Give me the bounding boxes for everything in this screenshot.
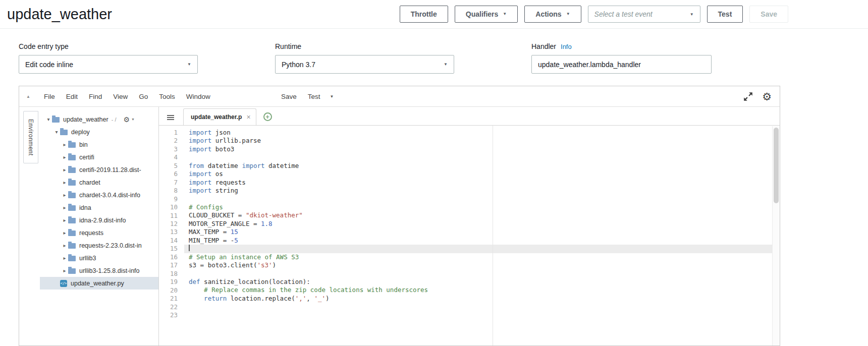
tree-item-urllib3[interactable]: ▸urllib3 (40, 252, 158, 264)
tree-item-idna[interactable]: ▸idna (40, 201, 158, 214)
fullscreen-icon[interactable] (743, 92, 753, 101)
chevron-right-icon[interactable]: ▸ (61, 154, 68, 160)
chevron-right-icon[interactable]: ▸ (61, 167, 68, 172)
line-number[interactable]: 8 (159, 187, 178, 195)
qualifiers-button[interactable]: Qualifiers ▼ (455, 6, 518, 23)
code-line-3[interactable]: import boto3 (184, 145, 780, 153)
chevron-down-icon[interactable]: ▾ (45, 117, 52, 122)
line-number[interactable]: 20 (159, 286, 178, 295)
line-number[interactable]: 1 (159, 129, 178, 137)
code-line-1[interactable]: import json (184, 129, 780, 137)
vertical-scrollbar[interactable] (772, 126, 780, 345)
line-number[interactable]: 14 (159, 237, 178, 245)
chevron-right-icon[interactable]: ▸ (61, 255, 68, 261)
handler-input[interactable] (531, 55, 712, 74)
chevron-right-icon[interactable]: ▸ (61, 230, 68, 236)
tab-update-weather-py[interactable]: update_weather.p × (183, 108, 256, 125)
chevron-down-icon[interactable]: ▾ (53, 129, 60, 135)
runtime-select[interactable]: Python 3.7 ▼ (275, 55, 454, 74)
chevron-right-icon[interactable]: ▸ (61, 142, 68, 147)
menu-edit[interactable]: Edit (61, 93, 83, 100)
line-number[interactable]: 16 (159, 253, 178, 261)
chevron-right-icon[interactable]: ▸ (61, 180, 68, 185)
line-number[interactable]: 22 (159, 303, 178, 311)
code-line-10[interactable]: # Configs (184, 203, 780, 211)
line-number[interactable]: 19 (159, 278, 178, 286)
close-icon[interactable]: × (246, 113, 250, 121)
code-line-21[interactable]: return location.replace(',', '_') (184, 295, 780, 303)
code-line-16[interactable]: # Setup an instance of AWS S3 (184, 253, 780, 261)
line-number[interactable]: 21 (159, 295, 178, 303)
code-line-15[interactable] (184, 245, 780, 253)
chevron-right-icon[interactable]: ▸ (61, 192, 68, 198)
tree-item-update-weather-py[interactable]: </>update_weather.py (40, 277, 158, 290)
menu-file[interactable]: File (38, 93, 61, 100)
line-number[interactable]: 13 (159, 228, 178, 236)
line-number[interactable]: 11 (159, 212, 178, 220)
tree-item-certifi-2019-11-28-dist-[interactable]: ▸certifi-2019.11.28.dist- (40, 163, 158, 176)
code-line-17[interactable]: s3 = boto3.client('s3') (184, 261, 780, 269)
code-line-2[interactable]: import urllib.parse (184, 137, 780, 145)
menu-test[interactable]: Test (302, 93, 326, 100)
code-line-6[interactable]: import os (184, 170, 780, 178)
chevron-right-icon[interactable]: ▸ (61, 205, 68, 210)
line-number[interactable]: 9 (159, 195, 178, 203)
line-number[interactable]: 4 (159, 153, 178, 161)
test-button[interactable]: Test (707, 6, 743, 23)
code-line-19[interactable]: def sanitize_location(location): (184, 278, 780, 286)
line-number[interactable]: 17 (159, 261, 178, 269)
environment-settings-button[interactable]: ⚙▼ (123, 116, 135, 123)
throttle-button[interactable]: Throttle (400, 6, 448, 23)
chevron-right-icon[interactable]: ▸ (61, 217, 68, 223)
tree-item-requests[interactable]: ▸requests (40, 226, 158, 239)
menu-save[interactable]: Save (276, 93, 302, 100)
tree-item-deploy[interactable]: ▾deploy (40, 126, 158, 138)
code-line-5[interactable]: from datetime import datetime (184, 162, 780, 170)
code-line-8[interactable]: import string (184, 187, 780, 195)
code-line-13[interactable]: MAX_TEMP = 15 (184, 228, 780, 236)
line-number[interactable]: 5 (159, 162, 178, 170)
code-line-7[interactable]: import requests (184, 179, 780, 187)
menu-view[interactable]: View (107, 93, 133, 100)
code-line-4[interactable] (184, 153, 780, 161)
collapse-editor-icon[interactable]: ▲ (26, 94, 38, 99)
tree-item-chardet-3-0-4-dist-info[interactable]: ▸chardet-3.0.4.dist-info (40, 189, 158, 201)
code-line-9[interactable] (184, 195, 780, 203)
chevron-right-icon[interactable]: ▸ (61, 243, 68, 248)
chevron-down-icon[interactable]: ▼ (326, 94, 340, 99)
tree-item-update-weather[interactable]: ▾update_weather- /⚙▼ (40, 113, 158, 126)
tree-item-chardet[interactable]: ▸chardet (40, 176, 158, 189)
code-content[interactable]: import jsonimport urllib.parseimport bot… (184, 129, 780, 345)
code-line-20[interactable]: # Replace commas in the zip code locatio… (184, 286, 780, 294)
code-entry-type-select[interactable]: Edit code inline ▼ (19, 55, 198, 74)
tree-item-certifi[interactable]: ▸certifi (40, 151, 158, 163)
gear-icon[interactable]: ⚙ (762, 91, 772, 102)
line-number[interactable]: 10 (159, 203, 178, 211)
save-button[interactable]: Save (749, 6, 788, 23)
menu-go[interactable]: Go (133, 93, 153, 100)
line-number[interactable]: 23 (159, 311, 178, 319)
line-number[interactable]: 3 (159, 145, 178, 153)
tree-item-idna-2-9-dist-info[interactable]: ▸idna-2.9.dist-info (40, 214, 158, 226)
scrollbar-thumb[interactable] (774, 128, 779, 203)
chevron-right-icon[interactable]: ▸ (61, 268, 68, 273)
line-number[interactable]: 6 (159, 170, 178, 178)
line-number[interactable]: 15 (159, 245, 178, 253)
tree-item-urllib3-1-25-8-dist-info[interactable]: ▸urllib3-1.25.8.dist-info (40, 264, 158, 277)
line-number[interactable]: 2 (159, 137, 178, 145)
code-line-11[interactable]: CLOUD_BUCKET = "dkiot-weather" (184, 211, 780, 219)
line-number[interactable]: 12 (159, 220, 178, 228)
tree-item-bin[interactable]: ▸bin (40, 138, 158, 151)
actions-button[interactable]: Actions ▼ (524, 6, 581, 23)
code-line-23[interactable] (184, 311, 780, 319)
test-event-select[interactable]: Select a test event ▼ (588, 6, 700, 23)
tree-item-requests-2-23-0-dist-in[interactable]: ▸requests-2.23.0.dist-in (40, 239, 158, 252)
menu-find[interactable]: Find (83, 93, 107, 100)
code-line-14[interactable]: MIN_TEMP = -5 (184, 237, 780, 245)
handler-info-link[interactable]: Info (561, 43, 572, 50)
code-line-22[interactable] (184, 303, 780, 311)
tab-environment[interactable]: Environment (23, 111, 38, 163)
menu-window[interactable]: Window (181, 93, 216, 100)
add-tab-icon[interactable]: + (263, 112, 272, 121)
menu-tools[interactable]: Tools (153, 93, 181, 100)
